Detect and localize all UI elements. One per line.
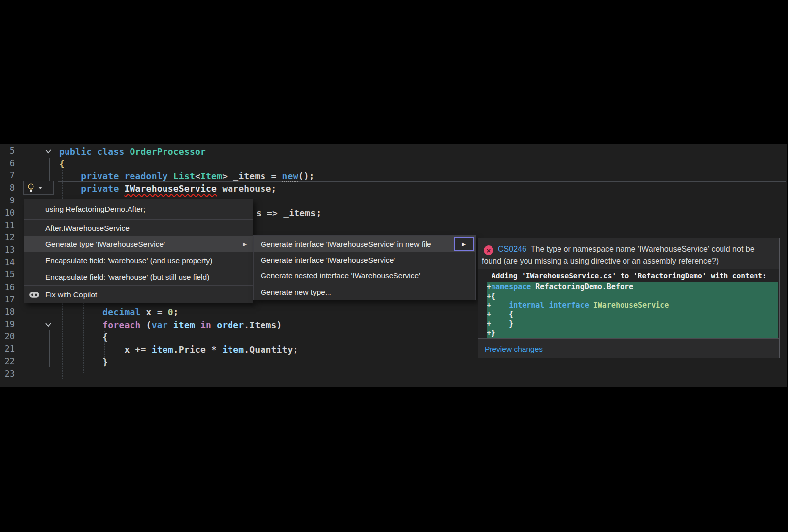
- error-code-link[interactable]: CS0246: [498, 245, 526, 253]
- code-line-5[interactable]: public class OrderProcessor: [59, 145, 206, 158]
- submenu-arrow-icon: ▶: [243, 241, 247, 247]
- code-line-22[interactable]: }: [59, 356, 108, 368]
- lightbulb-button[interactable]: [23, 181, 54, 195]
- copilot-icon: [29, 290, 40, 299]
- menu-item-label: Generate nested interface 'IWarehouseSer…: [261, 271, 420, 280]
- menu-item-encapsulate-property[interactable]: Encapsulate field: 'warehouse' (and use …: [24, 252, 253, 269]
- submenu-item-generate-interface[interactable]: Generate interface 'IWarehouseService': [254, 252, 475, 268]
- menu-item-fully-qualify[interactable]: After.IWarehouseService: [24, 220, 253, 236]
- lightbulb-icon: [27, 183, 34, 193]
- chevron-down-icon: [45, 149, 52, 154]
- code-line-18[interactable]: decimal x = 0;: [59, 306, 179, 318]
- fold-guide-tick: [49, 367, 56, 367]
- menu-item-encapsulate-field[interactable]: Encapsulate field: 'warehouse' (but stil…: [24, 269, 253, 285]
- fold-chevron-line-19[interactable]: [43, 318, 53, 331]
- generated-code-preview: Adding 'IWarehouseService.cs' to 'Refact…: [478, 269, 779, 339]
- submenu-item-generate-nested-interface[interactable]: Generate nested interface 'IWarehouseSer…: [254, 268, 475, 284]
- submenu-item-generate-new-type[interactable]: Generate new type...: [254, 284, 475, 300]
- generate-type-submenu: Generate interface 'IWarehouseService' i…: [253, 235, 476, 300]
- diff-block: +namespace RefactoringDemo.Before +{ + i…: [487, 282, 778, 338]
- submenu-item-generate-in-new-file[interactable]: Generate interface 'IWarehouseService' i…: [254, 236, 475, 252]
- menu-item-label: Encapsulate field: 'warehouse' (and use …: [45, 256, 212, 265]
- arrow-right-icon: ▶: [462, 241, 466, 247]
- menu-item-label: Generate new type...: [261, 288, 331, 297]
- code-line-20[interactable]: {: [59, 331, 108, 343]
- fold-guide: [49, 158, 50, 181]
- error-tooltip: × CS0246The type or namespace name 'IWar…: [478, 238, 780, 358]
- line-number-gutter[interactable]: 5 6 7 8 9 10 11 12 13 14 15 16 17 18 19 …: [0, 145, 15, 380]
- code-line-21[interactable]: x += item.Price * item.Quantity;: [59, 343, 298, 356]
- code-line-10[interactable]: s => _items;: [256, 207, 321, 219]
- chevron-down-icon: [45, 322, 52, 327]
- diff-line: + }: [487, 319, 778, 329]
- menu-item-label: using RefactoringDemo.After;: [45, 205, 145, 214]
- vs-editor-screen: 5 6 7 8 9 10 11 12 13 14 15 16 17 18 19 …: [0, 0, 788, 532]
- diff-line: + internal interface IWarehouseService: [487, 301, 778, 310]
- error-message-line1: CS0246The type or namespace name 'IWareh…: [498, 245, 755, 254]
- menu-item-generate-type[interactable]: Generate type 'IWarehouseService' ▶: [24, 236, 253, 252]
- menu-item-label: Generate type 'IWarehouseService': [45, 240, 165, 249]
- chevron-down-icon: [38, 187, 42, 189]
- menu-item-using-directive[interactable]: using RefactoringDemo.After;: [24, 200, 253, 219]
- menu-item-label: After.IWarehouseService: [45, 224, 130, 233]
- diff-line: +{: [487, 292, 778, 301]
- menu-item-label: Generate interface 'IWarehouseService' i…: [261, 240, 431, 249]
- diff-line: +namespace RefactoringDemo.Before: [487, 282, 778, 292]
- preview-changes-link[interactable]: Preview changes: [485, 345, 543, 354]
- code-line-7[interactable]: private readonly List<Item> _items = new…: [59, 170, 315, 182]
- error-message-text: The type or namespace name 'IWarehouseSe…: [531, 245, 755, 253]
- menu-item-label: Generate interface 'IWarehouseService': [261, 256, 395, 265]
- code-line-6[interactable]: {: [59, 158, 65, 170]
- fold-chevron-line-5[interactable]: [43, 145, 53, 157]
- error-icon: ×: [484, 245, 493, 255]
- code-line-19[interactable]: foreach (var item in order.Items): [59, 319, 282, 331]
- diff-header: Adding 'IWarehouseService.cs' to 'Refact…: [492, 272, 767, 280]
- menu-item-label: Encapsulate field: 'warehouse' (but stil…: [45, 273, 209, 282]
- preview-arrow-button[interactable]: ▶: [454, 237, 474, 251]
- diff-line: +}: [487, 329, 778, 338]
- quickfix-menu: using RefactoringDemo.After; After.IWare…: [24, 199, 253, 303]
- menu-item-fix-with-copilot[interactable]: Fix with Copilot: [24, 286, 253, 303]
- diff-line: + {: [487, 310, 778, 319]
- menu-item-label: Fix with Copilot: [45, 290, 97, 299]
- code-line-8[interactable]: private IWarehouseService warehouse;: [59, 182, 277, 195]
- fold-guide: [49, 330, 50, 367]
- error-message-line2: found (are you missing a using directive…: [482, 257, 719, 266]
